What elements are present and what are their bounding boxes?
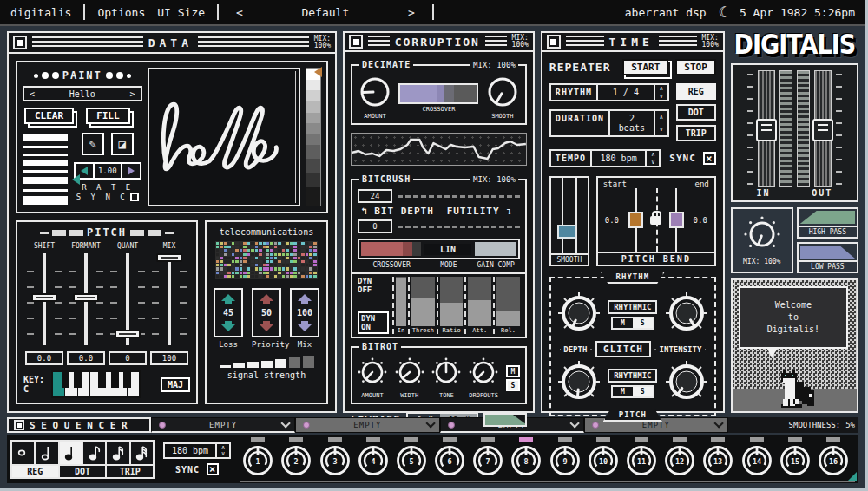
slider-value[interactable]: 0.0 — [25, 351, 63, 365]
options-menu[interactable]: Options — [97, 6, 145, 19]
dyn-fader-thresh[interactable]: Thresh — [408, 277, 437, 334]
step-knob-8[interactable]: 8 — [510, 437, 542, 478]
sequencer-slot-2[interactable]: EMPTY — [295, 417, 439, 433]
step-knob-12[interactable]: 12 — [663, 437, 696, 478]
fader-bar[interactable] — [440, 277, 464, 326]
input-fader-handle[interactable] — [756, 119, 777, 141]
gradient-marker[interactable] — [314, 67, 322, 77]
eraser-tool-button[interactable]: ◪ — [111, 133, 134, 155]
time-mode-trip[interactable]: TRIP — [676, 125, 716, 141]
piano-black-key[interactable] — [62, 372, 69, 388]
sequencer-bypass-toggle[interactable] — [14, 420, 24, 430]
scale-button[interactable]: MAJ — [161, 377, 190, 392]
slider-track[interactable] — [25, 252, 63, 347]
gain-comp-bar[interactable] — [475, 242, 516, 256]
bitrot-s-button[interactable]: S — [506, 379, 520, 391]
step-knob-13[interactable]: 13 — [701, 437, 734, 478]
bitrot-tone-knob[interactable]: TONE — [431, 357, 461, 399]
rhythm-down[interactable]: ∨ — [655, 93, 667, 101]
paint-canvas[interactable] — [148, 68, 300, 206]
brush-size-option[interactable] — [23, 160, 68, 166]
cat-mascot[interactable] — [774, 370, 819, 409]
spinner-down-button[interactable] — [215, 320, 241, 336]
smooth-slider-handle[interactable] — [557, 225, 576, 239]
time-sync-checkbox[interactable]: × — [703, 152, 716, 165]
fader-bar[interactable] — [496, 277, 520, 326]
sequencer-mode-trip[interactable]: TRIP — [107, 466, 153, 477]
repeater-stop-button[interactable]: STOP — [675, 59, 716, 75]
pitchbend-start-handle[interactable] — [628, 212, 643, 228]
spinner-value[interactable]: 45 — [223, 305, 233, 320]
tempo-up[interactable]: ∧ — [647, 151, 659, 159]
output-gain-fader[interactable] — [814, 70, 832, 187]
tempo-down[interactable]: ∨ — [647, 159, 659, 167]
rhythm-up[interactable]: ∧ — [655, 85, 667, 93]
duration-up[interactable]: ∧ — [655, 111, 667, 123]
step-knob-4[interactable]: 4 — [357, 437, 390, 478]
tempo-value[interactable]: 180 bpm — [592, 149, 647, 167]
step-knob-9[interactable]: 9 — [549, 437, 582, 478]
brush-size-option[interactable] — [23, 170, 68, 173]
glitch-pitch-m[interactable]: M — [613, 387, 633, 396]
step-knob-2[interactable]: 2 — [279, 437, 312, 478]
slider-value[interactable]: 100 — [150, 351, 188, 365]
resize-handle[interactable] — [847, 472, 857, 481]
dyn-on-button[interactable]: DYN ON — [358, 311, 389, 334]
spinner-up-button[interactable] — [215, 290, 241, 305]
corruption-bypass-toggle[interactable] — [349, 35, 363, 49]
preset-next-button[interactable]: > — [403, 6, 420, 19]
repeater-start-button[interactable]: START — [622, 59, 668, 75]
spinner-value[interactable]: 50 — [261, 305, 272, 320]
knob[interactable] — [744, 216, 780, 256]
sequencer-slot-1[interactable]: EMPTY — [151, 417, 295, 433]
glitch-rhythm-s[interactable]: S — [633, 318, 653, 328]
pitchbend-end-handle[interactable] — [669, 212, 684, 228]
brush-size-option[interactable] — [23, 189, 68, 192]
step-knob-6[interactable]: 6 — [433, 437, 466, 478]
rate-increase-button[interactable] — [122, 164, 140, 178]
data-mix-readout[interactable]: MIX:100% — [314, 36, 331, 49]
dyn-fader-ratio[interactable]: Ratio — [437, 277, 465, 334]
brush-size-option[interactable] — [23, 146, 68, 148]
paint-preset-prev[interactable]: < — [24, 89, 40, 99]
preset-prev-button[interactable]: < — [231, 6, 248, 19]
slider-handle[interactable] — [31, 293, 57, 302]
futility-slider[interactable]: 0 — [358, 219, 520, 233]
dyn-off-button[interactable]: DYN OFF — [358, 277, 389, 294]
brush-size-option[interactable] — [23, 154, 68, 156]
bitrot-width-knob[interactable]: WIDTH — [395, 357, 424, 399]
note-length-5[interactable] — [107, 442, 130, 464]
rhythm-value[interactable]: 1 / 4 — [598, 83, 655, 101]
global-mix-knob[interactable]: MIX: 100% — [731, 207, 793, 273]
glitch-rhythm-rhythmic-button[interactable]: RHYTHMIC — [608, 300, 657, 314]
glitch-rhythm-depth-knob[interactable] — [556, 291, 602, 339]
slider-handle[interactable] — [156, 253, 182, 262]
lowpass-display[interactable] — [483, 413, 527, 427]
lowpass-filter[interactable]: LOW PASS — [797, 242, 858, 273]
brush-size-option[interactable] — [23, 196, 68, 205]
fader-bar[interactable] — [411, 277, 435, 326]
step-knob-5[interactable]: 5 — [395, 437, 428, 478]
pencil-tool-button[interactable]: ✎ — [82, 133, 104, 155]
step-knob-16[interactable]: 16 — [817, 437, 850, 478]
piano-key-selector[interactable] — [51, 370, 141, 398]
glitch-pitch-rhythmic-button[interactable]: RHYTHMIC — [608, 369, 657, 383]
note-length-6[interactable] — [131, 442, 153, 464]
spinner-down-button[interactable] — [292, 320, 318, 336]
pitchbend-end-value[interactable]: 0.0 — [690, 216, 711, 225]
slider-track[interactable] — [108, 252, 147, 347]
dyn-fader-att[interactable]: Att. — [464, 277, 493, 334]
slider-handle[interactable] — [73, 293, 99, 302]
output-fader-handle[interactable] — [812, 119, 833, 141]
brush-size-selector[interactable] — [23, 133, 68, 206]
piano-black-key[interactable] — [74, 372, 82, 388]
fader-bar[interactable] — [396, 277, 406, 326]
dyn-fader-in[interactable]: In — [392, 277, 408, 334]
decimate-crossover-display[interactable]: CROSSOVER — [398, 83, 478, 113]
sequencer-mode-reg[interactable]: REG — [12, 466, 60, 477]
spinner-up-button[interactable] — [292, 290, 318, 305]
fader-bar[interactable] — [468, 277, 491, 326]
spinner-up-button[interactable] — [253, 290, 279, 305]
glitch-pitch-depth-knob[interactable] — [556, 359, 602, 408]
slider-track[interactable] — [67, 252, 105, 347]
